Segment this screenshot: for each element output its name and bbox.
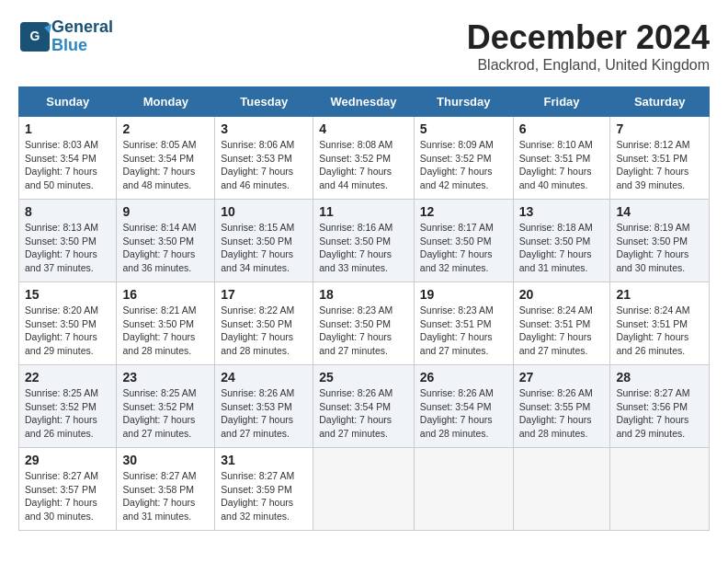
col-friday: Friday (513, 87, 610, 117)
day-info: Sunrise: 8:23 AM Sunset: 3:51 PM Dayligh… (420, 304, 507, 358)
calendar-day-7: 7 Sunrise: 8:12 AM Sunset: 3:51 PM Dayli… (610, 117, 710, 200)
col-monday: Monday (117, 87, 215, 117)
day-info: Sunrise: 8:09 AM Sunset: 3:52 PM Dayligh… (420, 138, 507, 192)
day-info: Sunrise: 8:15 AM Sunset: 3:50 PM Dayligh… (221, 221, 307, 275)
calendar-day-5: 5 Sunrise: 8:09 AM Sunset: 3:52 PM Dayli… (414, 117, 513, 200)
calendar-day-30: 30 Sunrise: 8:27 AM Sunset: 3:58 PM Dayl… (117, 448, 215, 531)
calendar-day-6: 6 Sunrise: 8:10 AM Sunset: 3:51 PM Dayli… (513, 117, 610, 200)
day-info: Sunrise: 8:24 AM Sunset: 3:51 PM Dayligh… (519, 304, 605, 358)
day-info: Sunrise: 8:21 AM Sunset: 3:50 PM Dayligh… (122, 304, 209, 358)
calendar-day-11: 11 Sunrise: 8:16 AM Sunset: 3:50 PM Dayl… (313, 200, 415, 282)
day-info: Sunrise: 8:05 AM Sunset: 3:54 PM Dayligh… (122, 138, 209, 192)
day-info: Sunrise: 8:08 AM Sunset: 3:52 PM Dayligh… (319, 138, 408, 192)
day-info: Sunrise: 8:10 AM Sunset: 3:51 PM Dayligh… (519, 138, 605, 192)
day-number: 14 (616, 204, 703, 219)
page-subtitle: Blackrod, England, United Kingdom (467, 57, 710, 74)
day-number: 7 (616, 121, 703, 136)
day-info: Sunrise: 8:25 AM Sunset: 3:52 PM Dayligh… (25, 386, 110, 441)
day-number: 16 (122, 287, 209, 302)
calendar-day-31: 31 Sunrise: 8:27 AM Sunset: 3:59 PM Dayl… (215, 448, 313, 531)
calendar-day-26: 26 Sunrise: 8:26 AM Sunset: 3:54 PM Dayl… (414, 365, 513, 448)
day-number: 12 (420, 204, 507, 219)
day-number: 17 (221, 287, 307, 302)
day-info: Sunrise: 8:26 AM Sunset: 3:54 PM Dayligh… (319, 386, 408, 441)
day-number: 6 (519, 121, 605, 136)
day-number: 31 (221, 453, 307, 467)
day-number: 18 (319, 287, 408, 302)
day-number: 1 (25, 121, 110, 136)
day-number: 15 (25, 287, 110, 302)
title-section: December 2024 Blackrod, England, United … (467, 18, 710, 74)
day-info: Sunrise: 8:27 AM Sunset: 3:57 PM Dayligh… (25, 469, 110, 523)
calendar-week-1: 1 Sunrise: 8:03 AM Sunset: 3:54 PM Dayli… (19, 117, 710, 200)
day-info: Sunrise: 8:12 AM Sunset: 3:51 PM Dayligh… (616, 138, 703, 192)
empty-cell (513, 448, 610, 531)
calendar-week-3: 15 Sunrise: 8:20 AM Sunset: 3:50 PM Dayl… (19, 282, 710, 365)
calendar-header-row: Sunday Monday Tuesday Wednesday Thursday… (19, 87, 710, 117)
day-number: 19 (420, 287, 507, 302)
day-info: Sunrise: 8:16 AM Sunset: 3:50 PM Dayligh… (319, 221, 408, 275)
calendar-day-22: 22 Sunrise: 8:25 AM Sunset: 3:52 PM Dayl… (19, 365, 117, 448)
day-info: Sunrise: 8:27 AM Sunset: 3:58 PM Dayligh… (122, 469, 209, 523)
empty-cell (414, 448, 513, 531)
day-info: Sunrise: 8:03 AM Sunset: 3:54 PM Dayligh… (25, 138, 110, 192)
day-info: Sunrise: 8:27 AM Sunset: 3:56 PM Dayligh… (616, 386, 703, 441)
day-info: Sunrise: 8:23 AM Sunset: 3:50 PM Dayligh… (319, 304, 408, 358)
calendar-day-10: 10 Sunrise: 8:15 AM Sunset: 3:50 PM Dayl… (215, 200, 313, 282)
calendar-day-13: 13 Sunrise: 8:18 AM Sunset: 3:50 PM Dayl… (513, 200, 610, 282)
day-number: 28 (616, 370, 703, 385)
calendar-day-12: 12 Sunrise: 8:17 AM Sunset: 3:50 PM Dayl… (414, 200, 513, 282)
col-saturday: Saturday (610, 87, 710, 117)
calendar-week-2: 8 Sunrise: 8:13 AM Sunset: 3:50 PM Dayli… (19, 200, 710, 282)
logo-text: General Blue (51, 18, 113, 55)
day-info: Sunrise: 8:14 AM Sunset: 3:50 PM Dayligh… (122, 221, 209, 275)
day-number: 11 (319, 204, 408, 219)
day-number: 27 (519, 370, 605, 385)
col-sunday: Sunday (19, 87, 117, 117)
calendar-week-4: 22 Sunrise: 8:25 AM Sunset: 3:52 PM Dayl… (19, 365, 710, 448)
calendar-day-25: 25 Sunrise: 8:26 AM Sunset: 3:54 PM Dayl… (313, 365, 415, 448)
svg-text:G: G (30, 29, 40, 43)
day-number: 9 (122, 204, 209, 219)
calendar-day-2: 2 Sunrise: 8:05 AM Sunset: 3:54 PM Dayli… (117, 117, 215, 200)
calendar-day-4: 4 Sunrise: 8:08 AM Sunset: 3:52 PM Dayli… (313, 117, 415, 200)
day-number: 4 (319, 121, 408, 136)
day-number: 2 (122, 121, 209, 136)
col-wednesday: Wednesday (313, 87, 415, 117)
day-number: 23 (122, 370, 209, 385)
day-info: Sunrise: 8:26 AM Sunset: 3:55 PM Dayligh… (519, 386, 605, 441)
calendar-day-24: 24 Sunrise: 8:26 AM Sunset: 3:53 PM Dayl… (215, 365, 313, 448)
day-info: Sunrise: 8:13 AM Sunset: 3:50 PM Dayligh… (25, 221, 110, 275)
day-number: 25 (319, 370, 408, 385)
calendar-body: 1 Sunrise: 8:03 AM Sunset: 3:54 PM Dayli… (19, 117, 710, 531)
day-info: Sunrise: 8:17 AM Sunset: 3:50 PM Dayligh… (420, 221, 507, 275)
calendar-day-27: 27 Sunrise: 8:26 AM Sunset: 3:55 PM Dayl… (513, 365, 610, 448)
calendar-day-18: 18 Sunrise: 8:23 AM Sunset: 3:50 PM Dayl… (313, 282, 415, 365)
day-number: 3 (221, 121, 307, 136)
day-number: 24 (221, 370, 307, 385)
day-number: 29 (25, 453, 110, 467)
calendar-day-28: 28 Sunrise: 8:27 AM Sunset: 3:56 PM Dayl… (610, 365, 710, 448)
day-number: 20 (519, 287, 605, 302)
day-number: 22 (25, 370, 110, 385)
calendar-day-17: 17 Sunrise: 8:22 AM Sunset: 3:50 PM Dayl… (215, 282, 313, 365)
calendar-day-1: 1 Sunrise: 8:03 AM Sunset: 3:54 PM Dayli… (19, 117, 117, 200)
day-number: 10 (221, 204, 307, 219)
day-info: Sunrise: 8:24 AM Sunset: 3:51 PM Dayligh… (616, 304, 703, 358)
empty-cell (610, 448, 710, 531)
logo-line1: General (51, 18, 113, 37)
calendar-day-15: 15 Sunrise: 8:20 AM Sunset: 3:50 PM Dayl… (19, 282, 117, 365)
calendar-day-20: 20 Sunrise: 8:24 AM Sunset: 3:51 PM Dayl… (513, 282, 610, 365)
calendar-table: Sunday Monday Tuesday Wednesday Thursday… (18, 86, 710, 531)
calendar-day-29: 29 Sunrise: 8:27 AM Sunset: 3:57 PM Dayl… (19, 448, 117, 531)
calendar-day-19: 19 Sunrise: 8:23 AM Sunset: 3:51 PM Dayl… (414, 282, 513, 365)
day-info: Sunrise: 8:18 AM Sunset: 3:50 PM Dayligh… (519, 221, 605, 275)
calendar-day-23: 23 Sunrise: 8:25 AM Sunset: 3:52 PM Dayl… (117, 365, 215, 448)
day-number: 13 (519, 204, 605, 219)
empty-cell (313, 448, 415, 531)
day-info: Sunrise: 8:20 AM Sunset: 3:50 PM Dayligh… (25, 304, 110, 358)
page-title: December 2024 (467, 18, 710, 57)
day-info: Sunrise: 8:26 AM Sunset: 3:54 PM Dayligh… (420, 386, 507, 441)
calendar-day-8: 8 Sunrise: 8:13 AM Sunset: 3:50 PM Dayli… (19, 200, 117, 282)
day-info: Sunrise: 8:26 AM Sunset: 3:53 PM Dayligh… (221, 386, 307, 441)
